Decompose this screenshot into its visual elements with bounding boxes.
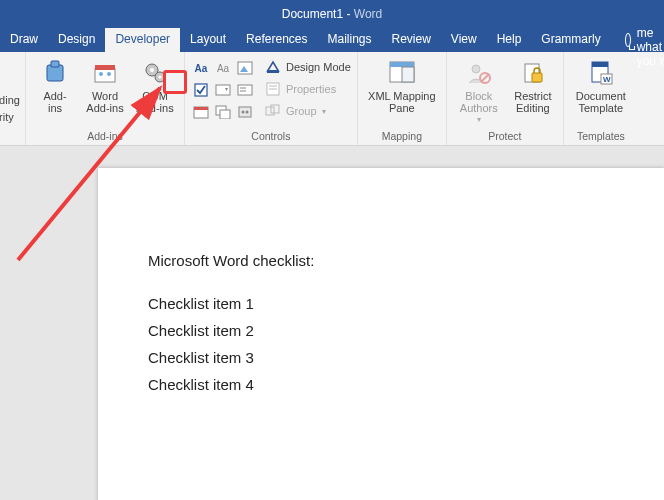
svg-rect-3	[95, 65, 115, 70]
tab-help[interactable]: Help	[487, 28, 532, 52]
svg-rect-21	[239, 107, 251, 117]
svg-rect-18	[194, 107, 208, 110]
truncated-line1: ding	[0, 94, 20, 107]
svg-rect-12	[195, 84, 207, 96]
svg-rect-24	[267, 70, 279, 73]
xml-pane-icon	[387, 58, 417, 88]
design-mode-button[interactable]: Design Mode	[265, 57, 351, 77]
block-authors-button[interactable]: Block Authors ▾	[453, 54, 505, 125]
svg-rect-29	[271, 105, 279, 113]
xml-mapping-button[interactable]: XML Mapping Pane	[364, 54, 440, 114]
group-controls: Aa Aa Design Mode Properties	[185, 52, 358, 145]
dropdown-control-icon[interactable]	[235, 80, 255, 100]
checklist-item: Checklist item 3	[148, 349, 614, 366]
svg-point-5	[107, 72, 111, 76]
tab-view[interactable]: View	[441, 28, 487, 52]
svg-rect-31	[390, 62, 414, 67]
group-protect: Block Authors ▾ Restrict Editing Protect	[447, 52, 564, 145]
group-templates: W Document Template Templates	[564, 52, 638, 145]
svg-rect-39	[592, 62, 608, 67]
checkbox-control-icon[interactable]	[191, 80, 211, 100]
store-icon	[90, 58, 120, 88]
gear-icon	[140, 58, 170, 88]
svg-point-9	[158, 75, 161, 78]
truncated-line2: rity	[0, 111, 14, 124]
group-mapping-label: Mapping	[382, 128, 422, 145]
chevron-down-icon: ▾	[477, 116, 481, 125]
group-addins-label: Add-ins	[87, 128, 123, 145]
tab-mailings[interactable]: Mailings	[317, 28, 381, 52]
block-authors-icon	[464, 58, 494, 88]
svg-point-7	[150, 68, 154, 72]
restrict-editing-button[interactable]: Restrict Editing	[509, 54, 557, 114]
title-bar: Document1 - Word	[0, 0, 664, 28]
svg-point-4	[99, 72, 103, 76]
group-mapping: XML Mapping Pane Mapping	[358, 52, 447, 145]
repeating-section-control-icon[interactable]	[213, 102, 233, 122]
tab-review[interactable]: Review	[382, 28, 441, 52]
document-page[interactable]: Microsoft Word checklist: Checklist item…	[98, 168, 664, 500]
word-addins-button[interactable]: Word Add-ins	[82, 54, 128, 114]
properties-button[interactable]: Properties	[265, 79, 351, 99]
workspace: Microsoft Word checklist: Checklist item…	[0, 146, 664, 500]
design-mode-icon	[265, 59, 281, 75]
group-button[interactable]: Group ▾	[265, 101, 351, 121]
lock-icon	[518, 58, 548, 88]
svg-rect-32	[402, 67, 414, 82]
tab-references[interactable]: References	[236, 28, 317, 52]
checklist-item: Checklist item 2	[148, 322, 614, 339]
properties-icon	[265, 81, 281, 97]
tab-grammarly[interactable]: Grammarly	[531, 28, 610, 52]
date-picker-control-icon[interactable]	[191, 102, 211, 122]
tab-developer[interactable]: Developer	[105, 28, 180, 52]
picture-control-icon[interactable]	[235, 58, 255, 78]
tab-layout[interactable]: Layout	[180, 28, 236, 52]
group-addins: Add- ins Word Add-ins COM Add-ins Add-in…	[26, 52, 185, 145]
svg-rect-20	[220, 110, 230, 119]
svg-text:W: W	[603, 75, 611, 84]
plain-text-control-icon[interactable]: Aa	[213, 58, 233, 78]
tab-design[interactable]: Design	[48, 28, 105, 52]
svg-rect-14	[238, 85, 252, 95]
chevron-down-icon: ▾	[322, 107, 326, 116]
svg-point-33	[472, 65, 480, 73]
legacy-tools-icon[interactable]	[235, 102, 255, 122]
controls-gallery: Aa Aa	[191, 54, 255, 122]
svg-point-22	[242, 111, 245, 114]
tell-me[interactable]: Tell me what you w	[611, 28, 664, 52]
ribbon-tabs: Draw Design Developer Layout References …	[0, 28, 664, 52]
document-template-icon: W	[586, 58, 616, 88]
svg-rect-28	[266, 107, 274, 115]
controls-commands: Design Mode Properties Group ▾	[259, 54, 351, 121]
group-controls-label: Controls	[251, 128, 290, 145]
combo-box-control-icon[interactable]	[213, 80, 233, 100]
svg-rect-13	[216, 85, 230, 95]
doc-heading: Microsoft Word checklist:	[148, 252, 614, 269]
addins-icon	[40, 58, 70, 88]
group-protect-label: Protect	[488, 128, 521, 145]
checklist-item: Checklist item 4	[148, 376, 614, 393]
svg-line-35	[481, 74, 489, 82]
title-doc: Document1 - Word	[282, 7, 383, 21]
tab-draw[interactable]: Draw	[0, 28, 48, 52]
svg-point-23	[246, 111, 249, 114]
com-addins-button[interactable]: COM Add-ins	[132, 54, 178, 114]
rich-text-control-icon[interactable]: Aa	[191, 58, 211, 78]
ribbon: ding rity Add- ins Word Add-ins	[0, 52, 664, 146]
svg-rect-2	[95, 69, 115, 82]
lightbulb-icon	[625, 33, 631, 47]
group-templates-label: Templates	[577, 128, 625, 145]
group-icon	[265, 103, 281, 119]
svg-rect-37	[532, 73, 542, 82]
addins-button[interactable]: Add- ins	[32, 54, 78, 114]
checklist-item: Checklist item 1	[148, 295, 614, 312]
document-template-button[interactable]: W Document Template	[570, 54, 632, 114]
svg-rect-1	[51, 61, 59, 67]
group-truncated: ding rity	[0, 52, 26, 145]
